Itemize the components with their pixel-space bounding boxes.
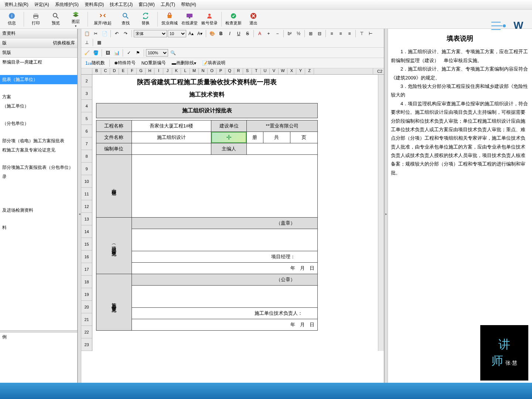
tree-node[interactable]: 例	[0, 332, 77, 342]
cell[interactable]	[132, 143, 211, 155]
row-header[interactable]: 20	[81, 301, 92, 313]
cell[interactable]: 施工组织设计	[132, 132, 211, 143]
row-header[interactable]: 22	[81, 326, 92, 338]
col-header[interactable]: W	[279, 68, 287, 74]
scrollbar-v[interactable]	[378, 75, 384, 351]
tree-node[interactable]: 部分项施工方案报批表（分包单位）	[0, 163, 77, 172]
cell[interactable]	[247, 143, 318, 155]
draw-delete-button[interactable]: ▬ 画删除线 ▾	[169, 59, 199, 67]
cell[interactable]: **置业有限公司	[247, 120, 318, 132]
col-header[interactable]: J	[163, 68, 172, 74]
chart-icon[interactable]: 📊	[113, 49, 121, 57]
spreadsheet[interactable]: BCDEFGHIJKLMNOPQRSTUVWXYZ C2 23456789101…	[81, 68, 384, 390]
row-header[interactable]: 17	[81, 263, 92, 276]
replace-button[interactable]: 替换	[136, 11, 155, 28]
collapse-left[interactable]: ◂	[78, 29, 81, 399]
menu-item[interactable]: 评定(A)	[31, 1, 52, 8]
cell[interactable]	[132, 155, 317, 218]
row-header[interactable]: 7	[81, 137, 92, 150]
paste-icon[interactable]: 📄	[100, 30, 109, 38]
row-header[interactable]: 18	[81, 276, 92, 288]
col-header[interactable]: F	[128, 68, 137, 74]
copy-icon[interactable]: 📋	[83, 30, 91, 38]
plus-icon[interactable]: +	[265, 30, 273, 38]
random-button[interactable]: 1₂₃ 随机数	[83, 59, 108, 67]
tree-node[interactable]: 批表（施工单位）	[0, 75, 77, 84]
check-icon[interactable]: ✓	[125, 49, 133, 57]
menu-item[interactable]: 资料库(D)	[82, 1, 107, 8]
special-char-button[interactable]: ✱ 特殊符号	[112, 59, 138, 67]
color-red-icon[interactable]: A	[256, 30, 264, 38]
undo-icon[interactable]: ↶	[113, 30, 121, 38]
menu-item[interactable]: 资料上报(R)	[1, 1, 31, 8]
tree-node[interactable]: 部分项（临电）施工方案报批表	[0, 136, 77, 146]
tree-node[interactable]: 整编目录—房建工程	[0, 58, 77, 67]
date[interactable]: 年 月 日	[132, 263, 317, 274]
image-icon[interactable]: 🖼	[104, 49, 112, 57]
cell[interactable]	[132, 229, 317, 251]
fraction-icon[interactable]: ½	[294, 30, 303, 38]
row-header[interactable]: 11	[81, 188, 92, 200]
underline-icon[interactable]: U	[235, 30, 243, 38]
col-header[interactable]: I	[154, 68, 163, 74]
font-select[interactable]: 宋体	[134, 30, 167, 37]
tree-node[interactable]	[0, 181, 77, 190]
row-header[interactable]: 5	[81, 112, 92, 125]
align-left-icon[interactable]: ≡	[328, 30, 336, 38]
col-header[interactable]: E	[119, 68, 128, 74]
valign-mid-icon[interactable]: ⊢	[366, 30, 375, 38]
row-header[interactable]: 21	[81, 313, 92, 326]
collapse-right[interactable]: ▸	[384, 29, 388, 399]
fill-note-button[interactable]: 📝 填表说明	[200, 59, 228, 67]
col-header[interactable]: O	[208, 68, 216, 74]
col-header[interactable]: C	[101, 68, 110, 74]
tree-node[interactable]	[0, 190, 77, 198]
login-button[interactable]: 账号登录	[200, 11, 219, 28]
tree-node[interactable]: （施工单位）	[0, 102, 77, 111]
row-header[interactable]: 4	[81, 100, 92, 112]
row-header[interactable]: 15	[81, 238, 92, 250]
col-header[interactable]: Q	[225, 68, 234, 74]
tree-node[interactable]	[0, 111, 77, 119]
row-header[interactable]: 23	[81, 338, 92, 351]
tree-node[interactable]: 程施工方案及专家论证意见	[0, 146, 77, 155]
align-right-icon[interactable]: ≡	[345, 30, 354, 38]
size-select[interactable]: 10	[168, 30, 186, 37]
row-header[interactable]: 2	[81, 75, 92, 87]
tree-node[interactable]	[0, 215, 77, 223]
tree-node[interactable]	[0, 67, 77, 75]
row-header[interactable]: 9	[81, 163, 92, 175]
col-header[interactable]: U	[261, 68, 270, 74]
col-header[interactable]	[81, 68, 92, 74]
merge-icon[interactable]: ⊞	[307, 30, 315, 38]
cell[interactable]: 吾家佳大厦工程1#楼	[132, 120, 211, 132]
font-shrink-icon[interactable]: A▾	[196, 30, 204, 38]
col-header[interactable]: Z	[305, 68, 314, 74]
fill-icon[interactable]: 🪣	[92, 49, 100, 57]
cut-icon[interactable]: ✂	[92, 30, 100, 38]
tree-node[interactable]	[0, 198, 77, 206]
col-header[interactable]: M	[190, 68, 199, 74]
strike-icon[interactable]: S	[243, 30, 252, 38]
menu-item[interactable]: 工具(T)	[158, 1, 178, 8]
col-header[interactable]: B	[92, 68, 101, 74]
menu-item[interactable]: 技术工艺(J)	[107, 1, 136, 8]
preview-button[interactable]: 预览	[46, 11, 65, 28]
tree-node[interactable]	[0, 155, 77, 163]
tree-node[interactable]: 料	[0, 223, 77, 232]
row-header[interactable]: 3	[81, 87, 92, 100]
row-header[interactable]: 19	[81, 288, 92, 301]
menu-item[interactable]: 窗口(W)	[136, 1, 157, 8]
row-header[interactable]: 12	[81, 200, 92, 213]
col-header[interactable]: L	[181, 68, 190, 74]
tree-node[interactable]: 录	[0, 172, 77, 181]
superscript-icon[interactable]: b²	[286, 30, 294, 38]
find-button[interactable]: 查找	[116, 11, 135, 28]
col-header[interactable]: R	[234, 68, 243, 74]
tree-node[interactable]: （分包单位）	[0, 119, 77, 128]
class-button[interactable]: 在线课堂	[180, 11, 199, 28]
redo-icon[interactable]: ↷	[122, 30, 130, 38]
menu-item[interactable]: 帮助(H)	[178, 1, 199, 8]
left-tab[interactable]: 筑版	[0, 48, 77, 58]
zoom-select[interactable]: 100%	[146, 49, 168, 57]
